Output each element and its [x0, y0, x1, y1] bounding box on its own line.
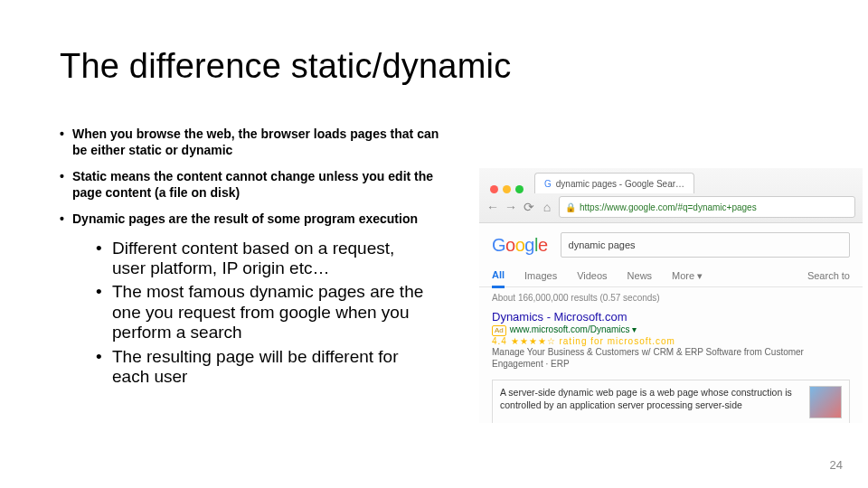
slide-body: When you browse the web, the browser loa…	[60, 127, 448, 390]
browser-screenshot: G dynamic pages - Google Sear… ← → ⟳ ⌂ 🔒…	[479, 168, 863, 423]
featured-snippet: A server-side dynamic web page is a web …	[492, 380, 850, 423]
ad-description: Manage Your Business & Customers w/ CRM …	[492, 347, 850, 370]
ad-title: Dynamics - Microsoft.com	[492, 310, 850, 324]
browser-chrome: G dynamic pages - Google Sear… ← → ⟳ ⌂ 🔒…	[479, 168, 863, 223]
browser-tab: G dynamic pages - Google Sear…	[534, 173, 694, 193]
tab-favicon-icon: G	[544, 179, 552, 189]
logo-letter: o	[505, 235, 515, 255]
sub-bullet-3: The resulting page will be different for…	[96, 347, 430, 388]
tab-label: dynamic pages - Google Sear…	[556, 179, 684, 189]
maximize-dot-icon	[515, 185, 524, 193]
ad-badge: Ad	[492, 325, 506, 336]
google-search-input: dynamic pages	[561, 232, 850, 258]
logo-letter: o	[515, 235, 525, 255]
sub-bullet-2: The most famous dynamic pages are the on…	[96, 282, 430, 343]
close-dot-icon	[490, 185, 498, 193]
bullet-2: Static means the content cannot change u…	[60, 169, 448, 201]
back-icon: ←	[486, 200, 499, 214]
tab-search-tools: Search to	[807, 270, 850, 281]
tab-videos: Videos	[577, 270, 607, 281]
top-bullet-list: When you browse the web, the browser loa…	[60, 127, 448, 228]
tab-images: Images	[524, 270, 557, 281]
window-controls	[485, 180, 531, 193]
ad-rating: 4.4 ★★★★☆ rating for microsoft.com	[492, 336, 850, 348]
tab-news: News	[627, 270, 653, 281]
logo-letter: g	[524, 235, 534, 255]
logo-letter: e	[538, 235, 548, 255]
bullet-1: When you browse the web, the browser loa…	[60, 127, 448, 158]
tab-more: More ▾	[672, 270, 703, 282]
url-field: 🔒 https://www.google.com/#q=dynamic+page…	[559, 196, 855, 218]
tab-all: All	[492, 264, 505, 288]
home-icon: ⌂	[541, 200, 553, 214]
tab-bar: G dynamic pages - Google Sear…	[479, 168, 863, 193]
logo-letter: G	[492, 235, 505, 255]
google-logo: Google	[492, 235, 548, 256]
forward-icon: →	[505, 200, 517, 214]
sub-bullet-1: Different content based on a request, us…	[96, 239, 430, 279]
bullet-3: Dynamic pages are the result of some pro…	[60, 211, 448, 228]
snippet-text: A server-side dynamic web page is a web …	[500, 386, 802, 418]
url-text: https://www.google.com/#q=dynamic+pages	[580, 202, 757, 212]
google-result-tabs: All Images Videos News More ▾ Search to	[479, 265, 863, 287]
slide-title: The difference static/dynamic	[60, 47, 511, 86]
ad-url: www.microsoft.com/Dynamics ▾	[510, 324, 637, 336]
lock-icon: 🔒	[565, 202, 576, 212]
ad-result: Dynamics - Microsoft.com Ad www.microsof…	[479, 308, 863, 377]
ad-url-line: Ad www.microsoft.com/Dynamics ▾	[492, 324, 850, 336]
reload-icon: ⟳	[523, 200, 535, 214]
address-bar: ← → ⟳ ⌂ 🔒 https://www.google.com/#q=dyna…	[479, 193, 863, 221]
result-stats: About 166,000,000 results (0.57 seconds)	[479, 287, 863, 308]
google-header: Google dynamic pages	[479, 223, 863, 265]
page-number: 24	[830, 458, 843, 472]
minimize-dot-icon	[503, 185, 511, 193]
sub-bullet-list: Different content based on a request, us…	[96, 239, 430, 388]
snippet-thumbnail	[809, 386, 842, 418]
